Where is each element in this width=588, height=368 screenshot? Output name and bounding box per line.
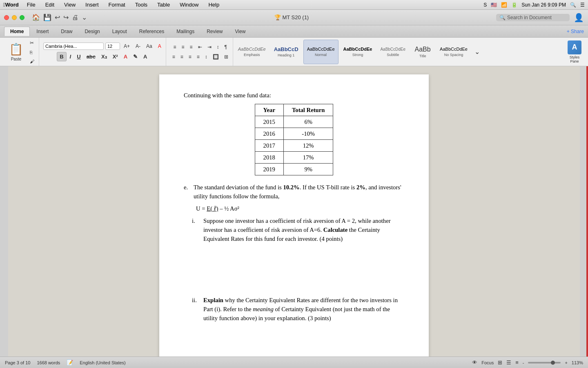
sub-item-ii-text: Explain why the Certainty Equivalent Rat… — [203, 296, 404, 323]
styles-pane-button[interactable]: A StylesPane — [564, 39, 585, 65]
zoom-out-icon[interactable]: - — [523, 360, 524, 365]
document-title: 🏆 MT S20 (1) — [87, 14, 496, 20]
style-emphasis[interactable]: AaBbCcDdEe Emphasis — [235, 40, 269, 64]
paste-button[interactable]: 📋 — [6, 43, 27, 56]
justify-button[interactable]: ≡ — [195, 53, 202, 61]
zoom-thumb — [551, 361, 555, 365]
view-mode-icon[interactable]: 👁 — [472, 359, 477, 366]
menu-insert[interactable]: Insert — [84, 2, 100, 8]
align-center-button[interactable]: ≡ — [178, 53, 185, 61]
subscript-button[interactable]: X₂ — [99, 52, 109, 61]
style-title-preview: AaBb — [415, 45, 431, 53]
style-no-spacing[interactable]: AaBbCcDdEe No Spacing — [437, 40, 471, 64]
print-icon[interactable]: 🖨 — [72, 14, 78, 21]
style-subtitle[interactable]: AaBbCcDdEe Subtitle — [377, 40, 409, 64]
return-2019: 9% — [283, 164, 333, 175]
font-color-button[interactable]: A — [121, 52, 130, 61]
undo-icon[interactable]: ↩ — [55, 13, 60, 21]
tab-review[interactable]: Review — [201, 27, 228, 36]
align-left-button[interactable]: ≡ — [170, 53, 177, 61]
page-info: Page 3 of 10 — [5, 360, 30, 365]
layout-icon[interactable]: ⊞ — [498, 359, 502, 366]
focus-label[interactable]: Focus — [481, 360, 494, 365]
strikethrough-button[interactable]: abc — [84, 52, 98, 61]
maximize-button[interactable] — [20, 15, 24, 20]
search-icon[interactable]: 🔍 — [570, 2, 576, 8]
more-styles-button[interactable]: ⌄ — [472, 47, 482, 57]
copy-button[interactable]: ⎘ — [28, 49, 36, 56]
bold-button[interactable]: B — [57, 52, 66, 61]
numbering-button[interactable]: ≡ — [180, 43, 187, 51]
format-painter-button[interactable]: 🖌 — [28, 58, 36, 65]
document-area[interactable]: Continuing with the same fund data: Year… — [8, 66, 580, 357]
align-right-button[interactable]: ≡ — [187, 53, 194, 61]
cut-button[interactable]: ✂ — [28, 39, 36, 47]
close-button[interactable] — [4, 15, 9, 20]
superscript-button[interactable]: X² — [110, 52, 120, 61]
more-icon[interactable]: ⌄ — [82, 13, 87, 21]
increase-indent-button[interactable]: ⇥ — [205, 43, 214, 51]
style-title-label: Title — [419, 54, 426, 58]
tab-draw[interactable]: Draw — [55, 27, 78, 36]
style-strong[interactable]: AaBbCcDdEe Strong — [340, 40, 376, 64]
minimize-button[interactable] — [12, 15, 17, 20]
tab-layout[interactable]: Layout — [107, 27, 133, 36]
year-2018: 2018 — [255, 152, 283, 164]
outline-icon[interactable]: ☰ — [506, 359, 511, 366]
menu-tools[interactable]: Tools — [134, 2, 149, 8]
paragraph-group: ≡ ≡ ≡ ⇤ ⇥ ↕ ¶ ≡ ≡ ≡ ≡ ↕ 🔲 ⊞ — [168, 38, 233, 66]
menu-format[interactable]: Format — [107, 2, 127, 8]
year-2017: 2017 — [255, 140, 283, 152]
font-name-selector[interactable] — [43, 43, 104, 50]
styles-pane-icon: A — [568, 40, 581, 54]
shading-button[interactable]: 🔲 — [211, 53, 221, 61]
tab-mailings[interactable]: Mailings — [171, 27, 200, 36]
bullets-button[interactable]: ≡ — [172, 43, 178, 51]
zoom-in-icon[interactable]: + — [565, 360, 567, 365]
menu-view[interactable]: View — [62, 2, 77, 8]
menu-table[interactable]: Table — [156, 2, 172, 8]
tab-view[interactable]: View — [229, 27, 252, 36]
italic-button[interactable]: I — [67, 52, 74, 61]
clear-format-button[interactable]: A — [156, 42, 163, 50]
line-spacing-button[interactable]: ↕ — [203, 53, 209, 61]
highlight-button[interactable]: ✎ — [131, 52, 140, 61]
align-icon[interactable]: ≡ — [515, 359, 519, 366]
style-normal[interactable]: AaBbCcDdEe Normal — [303, 40, 339, 64]
tab-insert[interactable]: Insert — [31, 27, 54, 36]
track-changes-icon[interactable]: 📝 — [67, 359, 73, 366]
menu-window[interactable]: Window — [178, 2, 200, 8]
section-e-label: e. — [184, 183, 190, 201]
zoom-slider[interactable] — [528, 362, 561, 364]
decrease-indent-button[interactable]: ⇤ — [196, 43, 204, 51]
search-area[interactable]: 🔍 Search in Document — [496, 14, 570, 21]
table-row: 2017 12% — [255, 140, 333, 152]
tab-references[interactable]: References — [134, 27, 170, 36]
share-button[interactable]: + Share — [567, 29, 584, 34]
document-page: Continuing with the same fund data: Year… — [159, 74, 429, 357]
profile-icon[interactable]: 👤 — [574, 13, 584, 22]
change-case-button[interactable]: Aa — [144, 42, 154, 50]
notification-icon[interactable]: ☰ — [580, 2, 585, 8]
sort-button[interactable]: ↕ — [215, 43, 221, 51]
menu-help[interactable]: Help — [207, 2, 221, 8]
year-2016: 2016 — [255, 128, 283, 140]
save-icon[interactable]: 💾 — [43, 13, 51, 21]
menu-edit[interactable]: Edit — [44, 2, 56, 8]
multilevel-button[interactable]: ≡ — [188, 43, 195, 51]
underline-button[interactable]: U — [74, 52, 83, 61]
text-effects-button[interactable]: A — [141, 52, 149, 61]
style-title[interactable]: AaBb Title — [410, 40, 435, 64]
show-marks-button[interactable]: ¶ — [223, 43, 229, 51]
tab-home[interactable]: Home — [4, 27, 30, 36]
tab-design[interactable]: Design — [79, 27, 105, 36]
menu-file[interactable]: File — [25, 2, 37, 8]
border-button[interactable]: ⊞ — [222, 53, 230, 61]
font-shrink-button[interactable]: A- — [134, 42, 143, 50]
search-magnifier-icon: 🔍 — [499, 15, 506, 20]
font-grow-button[interactable]: A+ — [122, 42, 132, 50]
font-size-selector[interactable] — [105, 43, 120, 50]
home-icon[interactable]: 🏠 — [32, 13, 40, 21]
redo-icon[interactable]: ↪ — [63, 13, 69, 21]
style-heading1[interactable]: AaBbCcD Heading 1 — [271, 40, 302, 64]
